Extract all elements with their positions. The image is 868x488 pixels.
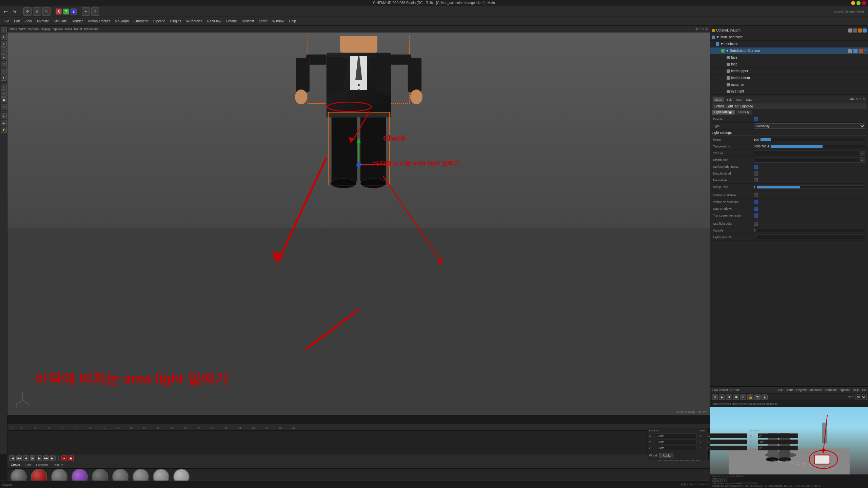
lv-btn-config[interactable]: ⊙ [740, 394, 746, 400]
lv-btn-render[interactable]: ◈ [762, 394, 768, 400]
y-axis-button[interactable]: Y [63, 8, 69, 15]
menu-script[interactable]: Script [257, 19, 269, 24]
opacity-slider[interactable] [757, 229, 865, 232]
tool-extrude[interactable]: ⬆ [1, 75, 7, 81]
menu-plugins[interactable]: Plugins [169, 19, 183, 24]
tool-live-select[interactable]: ◈ [1, 54, 7, 60]
menu-file[interactable]: File [2, 19, 11, 24]
menu-help[interactable]: Help [288, 19, 298, 24]
rot-h-input[interactable] [758, 433, 798, 438]
object-list-item[interactable]: ▼ briefcase [710, 41, 868, 47]
mat-tab-function[interactable]: Function [35, 463, 50, 467]
tool-scale[interactable]: ⊕ [1, 41, 7, 47]
tl-prev-key-btn[interactable]: ◀◀ [16, 455, 22, 461]
prop-vis-specular-check[interactable] [754, 200, 758, 204]
lv-channel-select[interactable]: DL [855, 394, 867, 400]
data-tab[interactable]: Data [744, 97, 754, 102]
x-axis-button[interactable]: X [56, 8, 62, 15]
prop-type-select[interactable]: Blackbody [754, 123, 865, 129]
move-tool-button[interactable]: ✥ [23, 7, 32, 16]
mat-tab-edit[interactable]: Edit [24, 463, 32, 467]
menu-edit[interactable]: Edit [12, 19, 21, 24]
tl-record-all-btn[interactable]: ◉ [68, 455, 74, 461]
lv-menu-file[interactable]: File [778, 388, 783, 392]
size-x-input[interactable] [707, 433, 747, 438]
object-list-item[interactable]: ▼ Man_briefcase [710, 34, 868, 41]
tool-paint[interactable]: ◉ [1, 120, 7, 126]
menu-pipeline[interactable]: Pipeline [152, 19, 167, 24]
apply-button[interactable]: Apply [659, 453, 673, 458]
tool-spline[interactable]: ∿ [1, 84, 7, 90]
mat-tab-texture[interactable]: Texture [52, 463, 65, 467]
lv-btn-stop[interactable]: ⏹ [733, 394, 739, 400]
z-axis-button[interactable]: Z [71, 8, 77, 15]
maximize-button[interactable] [856, 1, 861, 5]
tool-polygon[interactable]: ⬡ [1, 90, 7, 97]
tool-sculpt[interactable]: ⊙ [1, 104, 7, 110]
temp-slider[interactable] [770, 145, 865, 148]
prop-light-pass-input[interactable] [754, 235, 865, 240]
scale-tool-button[interactable]: ⊞ [33, 7, 41, 16]
prop-enable-check[interactable] [754, 117, 758, 121]
object-list-item[interactable]: face [710, 61, 868, 68]
tl-next-key-btn[interactable]: ▶▶ [43, 455, 49, 461]
menu-window[interactable]: Window [271, 19, 286, 24]
menu-view[interactable]: View [23, 19, 34, 24]
prop-dist-input[interactable]: ... [754, 157, 865, 163]
object-list-item[interactable]: eye right [710, 88, 868, 95]
dist-browse-btn[interactable]: ... [860, 158, 865, 162]
prop-normalize-check[interactable] [754, 178, 758, 182]
tl-play-btn[interactable]: ▶ [30, 455, 35, 461]
obj-tag2-btn[interactable] [863, 28, 867, 33]
samp-rate-slider[interactable] [757, 185, 865, 189]
object-list-item[interactable]: face [710, 54, 868, 61]
menu-redshift[interactable]: Redshift [240, 19, 256, 24]
obj-tag-btn[interactable] [858, 28, 862, 33]
lv-menu-materials[interactable]: Materials [809, 388, 822, 392]
lv-btn-play[interactable]: ▶ [719, 394, 725, 400]
mode-tab[interactable]: Mode [713, 97, 724, 102]
object-list-item-selected[interactable]: ▼ Subdivision Surface ✕ [710, 47, 868, 54]
prop-use-light-color-check[interactable] [754, 222, 758, 226]
use-tab[interactable]: Use [734, 97, 743, 102]
close-button[interactable] [862, 1, 866, 5]
object-list-item[interactable]: mouth in [710, 81, 868, 88]
lv-menu-options[interactable]: Options [840, 388, 850, 392]
menu-motion-tracker[interactable]: Motion Tracker [86, 19, 112, 24]
texture-browse-btn[interactable]: ... [860, 151, 865, 156]
tool-rotate[interactable]: ↻ [1, 47, 7, 54]
navigation-cube[interactable]: X Z Y [14, 391, 31, 408]
tool-frame[interactable]: ⬚ [1, 61, 7, 67]
tl-next-frame-btn[interactable]: ▶ [37, 455, 42, 461]
tl-record-btn[interactable]: ● [61, 455, 67, 461]
timeline-tracks[interactable] [7, 431, 710, 454]
menu-animate[interactable]: Animate [35, 19, 51, 24]
obj-lock-btn[interactable] [853, 28, 857, 33]
tool-texture[interactable]: 🔲 [1, 97, 7, 103]
undo-button[interactable]: ↩ [2, 8, 9, 15]
lv-btn-lock[interactable]: 🔒 [747, 394, 753, 400]
light-settings-tab[interactable]: Light settings [712, 110, 735, 115]
main-viewport[interactable]: Perspective Mode View Camera Display Opt… [7, 26, 710, 415]
lv-menu-objects[interactable]: Objects [796, 388, 807, 392]
redo-button[interactable]: ↪ [11, 8, 18, 15]
object-list-item[interactable]: teeth bottom [710, 75, 868, 81]
tool-move[interactable]: ✥ [1, 34, 7, 40]
pos-y-input[interactable] [657, 440, 697, 444]
pos-x-input[interactable] [657, 433, 697, 438]
menu-realflow[interactable]: RealFlow [205, 19, 223, 24]
pos-z-input[interactable] [657, 446, 697, 450]
tl-last-frame-btn[interactable]: ▶| [50, 455, 56, 461]
lv-menu-go[interactable]: Go [862, 388, 866, 392]
minimize-button[interactable] [851, 1, 855, 5]
obj-vis-btn[interactable] [848, 28, 852, 33]
tool-select[interactable]: ↖ [1, 27, 7, 33]
tool-magnet[interactable]: ⚡ [1, 127, 7, 133]
prop-surf-brightness-check[interactable] [754, 165, 758, 169]
prop-texture-input[interactable]: ... [754, 150, 865, 156]
render-button[interactable]: ▶ [82, 7, 90, 16]
menu-render[interactable]: Render [70, 19, 84, 24]
power-slider[interactable] [760, 138, 865, 141]
tl-first-frame-btn[interactable]: |◀ [9, 455, 15, 461]
rot-b-input[interactable] [758, 446, 798, 450]
